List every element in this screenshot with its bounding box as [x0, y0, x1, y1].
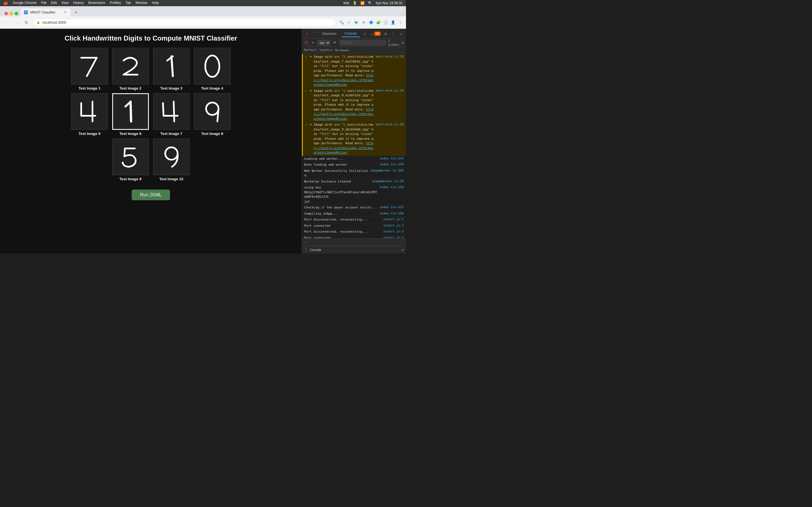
- devtools-device-icon[interactable]: 📱: [312, 31, 317, 37]
- expand-arrow-2[interactable]: ▶: [310, 89, 312, 93]
- search-toolbar-icon[interactable]: 🔍: [338, 19, 345, 26]
- chrome-menu-icon[interactable]: ⋮: [397, 19, 404, 26]
- devtools-settings-icon[interactable]: ⚙: [383, 31, 388, 37]
- warn-source-2[interactable]: warn-once.js:16: [376, 89, 404, 93]
- image-box-2[interactable]: [112, 48, 149, 84]
- console-source-2[interactable]: index.tsx:145: [379, 163, 404, 166]
- edit-menu[interactable]: Edit: [51, 1, 57, 5]
- fullscreen-window-button[interactable]: [15, 12, 18, 15]
- run-zkml-button[interactable]: Run ZKML: [132, 189, 170, 200]
- devtools-panel-close-button[interactable]: ✕: [402, 248, 404, 252]
- image-box-7[interactable]: [153, 93, 190, 130]
- minimize-window-button[interactable]: [10, 12, 13, 15]
- filter-icon[interactable]: 🚫: [304, 40, 308, 46]
- ext-icon-4[interactable]: 🧩: [375, 19, 382, 26]
- image-box-1[interactable]: [71, 48, 108, 84]
- forward-button[interactable]: →: [12, 18, 20, 26]
- console-entry-warn-2: ⚠ ▶ Image with src "/_next/static/media/…: [302, 88, 406, 122]
- console-text-info-1: Loading web worker...: [304, 157, 377, 161]
- tab-elements[interactable]: Elements: [320, 31, 340, 37]
- console-output[interactable]: ⚠ ▶ Image with src "/_next/static/media/…: [302, 54, 406, 238]
- top-context-select[interactable]: top: [317, 40, 331, 45]
- view-menu[interactable]: View: [61, 1, 69, 5]
- svg-point-13: [206, 103, 218, 115]
- console-source-8[interactable]: inject.js:1: [383, 217, 404, 221]
- history-menu[interactable]: History: [73, 1, 84, 5]
- apple-menu[interactable]: 🍎: [3, 1, 8, 5]
- console-source-6[interactable]: index.tsx:157: [379, 205, 404, 209]
- clear-icon[interactable]: ⊘: [311, 40, 315, 46]
- image-box-8[interactable]: [194, 93, 231, 130]
- sidebar-button[interactable]: ⬜: [398, 10, 405, 16]
- bookmark-icon[interactable]: ☆: [346, 19, 352, 26]
- warn-link-2[interactable]: https://nextjs.org/docs/api-reference/ne…: [314, 108, 373, 121]
- help-menu[interactable]: Help: [152, 1, 159, 5]
- console-input[interactable]: [307, 240, 404, 244]
- console-source-11[interactable]: inject.js:1: [383, 236, 404, 238]
- ext-icon-1[interactable]: 🐦: [353, 19, 360, 26]
- console-source-5[interactable]: index.tsx:155: [379, 185, 404, 189]
- back-button[interactable]: ←: [2, 18, 10, 26]
- profiles-menu[interactable]: Profiles: [110, 1, 121, 5]
- new-tab-button[interactable]: +: [72, 8, 80, 16]
- tab-console[interactable]: Console: [342, 31, 360, 37]
- warn-source-3[interactable]: warn-once.js:16: [376, 122, 404, 126]
- image-cell-8[interactable]: Test Image 8: [193, 93, 231, 136]
- warn-link-3[interactable]: https://nextjs.org/docs/api-reference/ne…: [314, 142, 373, 154]
- filter-settings-icon[interactable]: ⚙: [402, 41, 404, 45]
- devtools-close-icon[interactable]: ✕: [398, 31, 404, 37]
- console-source-10[interactable]: inject.js:1: [383, 230, 404, 233]
- image-box-9[interactable]: [112, 138, 149, 175]
- console-source-3[interactable]: zkappWorker.ts:303: [370, 169, 404, 172]
- expand-arrow-1[interactable]: ▶: [310, 55, 312, 58]
- reload-button[interactable]: ↻: [22, 18, 31, 26]
- ext-icon-2[interactable]: A: [360, 19, 367, 26]
- image-cell-5[interactable]: Test Image 5: [70, 93, 109, 136]
- warn-source-1[interactable]: warn-once.js:16: [376, 55, 404, 58]
- console-source-9[interactable]: inject.js:1: [383, 224, 404, 227]
- more-tabs-icon[interactable]: »: [362, 31, 367, 37]
- window-menu[interactable]: Window: [135, 1, 147, 5]
- image-box-4[interactable]: [194, 48, 231, 84]
- active-tab[interactable]: M MNIST Classifier ✕: [20, 8, 71, 16]
- digit-0-svg: [198, 52, 226, 80]
- console-filter-input[interactable]: [339, 40, 386, 45]
- eye-icon[interactable]: 👁: [333, 40, 337, 46]
- profile-icon[interactable]: 👤: [390, 19, 396, 26]
- expand-arrow-3[interactable]: ▶: [310, 122, 312, 126]
- image-box-5[interactable]: [71, 93, 108, 130]
- close-window-button[interactable]: [4, 12, 8, 15]
- image-cell-2[interactable]: Test Image 2: [111, 48, 149, 91]
- bookmarks-menu[interactable]: Bookmarks: [88, 1, 105, 5]
- default-levels-button[interactable]: Default levels ▾: [304, 48, 333, 52]
- console-bottom-tab[interactable]: Console: [310, 248, 321, 251]
- image-label-3: Test Image 3: [160, 86, 183, 91]
- image-cell-10[interactable]: Test Image 10: [152, 138, 190, 181]
- devtools-more-icon[interactable]: ⋮: [391, 31, 396, 37]
- image-box-10[interactable]: [153, 138, 190, 175]
- chrome-menu[interactable]: Google Chrome: [13, 1, 37, 5]
- image-box-3[interactable]: [153, 48, 190, 84]
- search-icon[interactable]: 🔍: [368, 1, 372, 5]
- devtools-inspect-icon[interactable]: ⬚: [304, 31, 310, 37]
- image-cell-9[interactable]: Test Image 9: [111, 138, 149, 181]
- image-cell-7[interactable]: Test Image 7: [152, 93, 190, 136]
- tab-close-button[interactable]: ✕: [63, 10, 67, 15]
- console-source-4[interactable]: zkappWorker.ts:25: [372, 179, 404, 183]
- console-footer: ›: [302, 238, 406, 245]
- tab-menu[interactable]: Tab: [125, 1, 131, 5]
- image-cell-4[interactable]: Test Image 4: [193, 48, 231, 91]
- url-bar[interactable]: 🔒 localhost:3000: [33, 18, 336, 26]
- warn-link-1[interactable]: https://nextjs.org/docs/api-reference/ne…: [314, 73, 373, 87]
- ext-icon-3[interactable]: 🔷: [368, 19, 374, 26]
- image-cell-3[interactable]: Test Image 3: [152, 48, 190, 91]
- file-menu[interactable]: File: [41, 1, 47, 5]
- devtools-bottom-more-icon[interactable]: ⋮: [304, 248, 308, 252]
- console-source-1[interactable]: index.tsx:141: [379, 157, 404, 160]
- image-cell-1[interactable]: Test Image 1: [70, 48, 109, 91]
- console-source-7[interactable]: index.tsx:166: [379, 212, 404, 215]
- image-cell-6[interactable]: Test Image 6: [111, 93, 149, 136]
- console-text-info-4: Berkeley Instance Created: [304, 179, 370, 184]
- image-box-6[interactable]: [112, 93, 149, 130]
- devtools-toggle-icon[interactable]: ⬜: [382, 19, 389, 26]
